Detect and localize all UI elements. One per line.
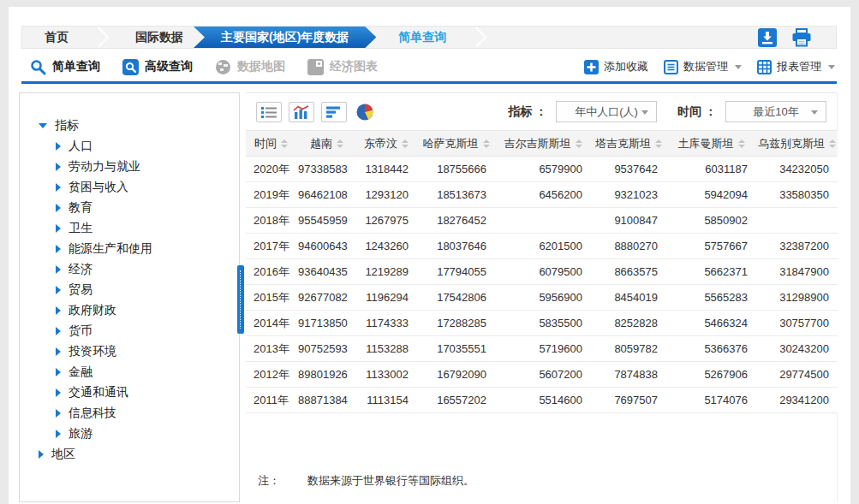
tree-item-卫生[interactable]: 卫生 bbox=[56, 218, 239, 239]
chevron-down-icon bbox=[828, 65, 835, 69]
value-cell: 18037646 bbox=[417, 234, 495, 259]
value-cell: 97338583 bbox=[298, 157, 355, 182]
expand-icon[interactable] bbox=[56, 204, 61, 212]
tree-item-投资环境[interactable]: 投资环境 bbox=[56, 341, 239, 362]
value-cell: 92677082 bbox=[298, 285, 355, 311]
tree-item-旅游[interactable]: 旅游 bbox=[56, 424, 239, 444]
sort-icon[interactable] bbox=[829, 139, 836, 148]
column-header-label: 越南 bbox=[310, 137, 332, 150]
download-icon[interactable] bbox=[758, 28, 777, 47]
view-controls: 指标 ： 年中人口(人) 时间 ： 最近10年 bbox=[246, 93, 837, 130]
breadcrumb-international-data[interactable]: 国际数据 bbox=[113, 27, 206, 48]
value-cell: 31298900 bbox=[756, 285, 838, 311]
tree-item-label: 卫生 bbox=[69, 221, 92, 236]
breadcrumb-annual-data-active[interactable]: 主要国家(地区)年度数据 bbox=[194, 27, 376, 48]
value-cell: 5835500 bbox=[495, 311, 591, 336]
simple-query-button[interactable]: 简单查询 bbox=[30, 59, 100, 75]
tree-root-indicator[interactable]: 指标 bbox=[39, 116, 239, 136]
expand-icon[interactable] bbox=[56, 286, 61, 294]
expand-icon[interactable] bbox=[56, 224, 61, 233]
tree-item-金融[interactable]: 金融 bbox=[56, 362, 239, 382]
collapse-icon[interactable] bbox=[39, 123, 47, 128]
year-cell: 2019年 bbox=[246, 182, 298, 208]
table-view-icon bbox=[260, 105, 277, 119]
column-header-塔吉克斯坦[interactable]: 塔吉克斯坦 bbox=[591, 131, 666, 157]
value-cell: 9100847 bbox=[591, 208, 666, 234]
sort-icon[interactable] bbox=[402, 139, 409, 148]
expand-icon[interactable] bbox=[56, 183, 61, 192]
value-cell: 5850902 bbox=[666, 208, 756, 234]
pie-chart-view-button[interactable] bbox=[354, 102, 376, 122]
tree-item-货币[interactable]: 货币 bbox=[56, 321, 239, 341]
expand-icon[interactable] bbox=[56, 163, 61, 171]
print-icon[interactable] bbox=[791, 28, 812, 47]
toolbar: 简单查询 高级查询 数据地图 经济图表 bbox=[21, 54, 837, 84]
expand-icon[interactable] bbox=[56, 347, 61, 356]
breadcrumb-simple-query[interactable]: 简单查询 bbox=[376, 27, 468, 48]
expand-icon[interactable] bbox=[56, 409, 61, 418]
tree-item-能源生产和使用[interactable]: 能源生产和使用 bbox=[56, 239, 239, 259]
expand-icon[interactable] bbox=[56, 306, 61, 315]
advanced-query-button[interactable]: 高级查询 bbox=[122, 59, 193, 75]
column-header-土库曼斯坦[interactable]: 土库曼斯坦 bbox=[666, 131, 756, 157]
data-table: 时间越南东帝汶哈萨克斯坦吉尔吉斯斯坦塔吉克斯坦土库曼斯坦乌兹别克斯坦 2020年… bbox=[246, 130, 838, 413]
value-cell: 34232050 bbox=[756, 157, 838, 182]
expand-icon[interactable] bbox=[56, 142, 61, 151]
report-manage-label: 报表管理 bbox=[777, 59, 821, 74]
sort-icon[interactable] bbox=[337, 139, 343, 148]
report-manage-menu[interactable]: 报表管理 bbox=[757, 59, 835, 74]
column-header-乌兹别克斯坦[interactable]: 乌兹别克斯坦 bbox=[756, 131, 838, 157]
value-cell: 1267975 bbox=[355, 208, 417, 234]
content-area: 指标 人口劳动力与就业贫困与收入教育卫生能源生产和使用经济贸易政府财政货币投资环… bbox=[19, 89, 846, 504]
value-cell: 17035551 bbox=[417, 336, 495, 362]
tree-item-交通和通讯[interactable]: 交通和通讯 bbox=[56, 382, 239, 403]
tree-item-政府财政[interactable]: 政府财政 bbox=[56, 300, 239, 321]
indicator-select[interactable]: 年中人口(人) bbox=[556, 101, 657, 122]
tree-item-贸易[interactable]: 贸易 bbox=[56, 280, 239, 300]
chevron-down-icon bbox=[641, 110, 648, 115]
bar-chart-view-button[interactable] bbox=[289, 102, 314, 122]
sort-icon[interactable] bbox=[655, 139, 662, 148]
sort-icon[interactable] bbox=[576, 139, 582, 148]
add-favorite-button[interactable]: 添加收藏 bbox=[584, 59, 648, 74]
data-manage-menu[interactable]: 数据管理 bbox=[664, 59, 742, 74]
add-favorite-label: 添加收藏 bbox=[604, 59, 648, 74]
tree-item-人口[interactable]: 人口 bbox=[56, 136, 239, 157]
tree-item-劳动力与就业[interactable]: 劳动力与就业 bbox=[56, 157, 239, 177]
expand-icon[interactable] bbox=[56, 265, 61, 274]
column-header-吉尔吉斯斯坦[interactable]: 吉尔吉斯斯坦 bbox=[495, 131, 591, 157]
column-header-越南[interactable]: 越南 bbox=[298, 131, 355, 157]
value-cell: 1196294 bbox=[355, 285, 417, 311]
sort-icon[interactable] bbox=[483, 139, 490, 148]
tree-item-经济[interactable]: 经济 bbox=[56, 259, 239, 280]
tree-item-信息科技[interactable]: 信息科技 bbox=[56, 403, 239, 424]
expand-icon[interactable] bbox=[56, 368, 61, 377]
year-cell: 2014年 bbox=[246, 311, 298, 336]
sort-icon[interactable] bbox=[738, 139, 745, 148]
expand-icon[interactable] bbox=[56, 388, 61, 397]
hbar-chart-view-button[interactable] bbox=[321, 102, 347, 122]
sort-icon[interactable] bbox=[281, 139, 288, 148]
breadcrumb-home[interactable]: 首页 bbox=[22, 27, 91, 48]
column-header-哈萨克斯坦[interactable]: 哈萨克斯坦 bbox=[417, 131, 495, 157]
column-header-东帝汶[interactable]: 东帝汶 bbox=[355, 131, 417, 157]
data-manage-label: 数据管理 bbox=[683, 59, 728, 74]
value-cell: 88871384 bbox=[298, 388, 355, 413]
expand-icon[interactable] bbox=[56, 327, 61, 335]
column-header-时间[interactable]: 时间 bbox=[246, 131, 298, 157]
table-view-button[interactable] bbox=[256, 102, 282, 122]
tree-root-region[interactable]: 地区 bbox=[39, 444, 239, 465]
tree-item-教育[interactable]: 教育 bbox=[56, 198, 239, 218]
main-panel: 指标 ： 年中人口(人) 时间 ： 最近10年 时间越南东帝汶哈萨克斯坦吉尔吉斯… bbox=[246, 92, 838, 502]
value-cell: 5466324 bbox=[666, 311, 756, 336]
expand-icon[interactable] bbox=[39, 450, 44, 459]
expand-icon[interactable] bbox=[56, 430, 61, 438]
tree-item-贫困与收入[interactable]: 贫困与收入 bbox=[56, 177, 239, 198]
expand-icon[interactable] bbox=[56, 245, 61, 253]
value-cell: 1293120 bbox=[355, 182, 417, 208]
table-footnote: 注： 数据来源于世界银行等国际组织。 bbox=[246, 473, 837, 489]
time-select[interactable]: 最近10年 bbox=[725, 101, 826, 122]
tree-item-label: 能源生产和使用 bbox=[69, 241, 152, 257]
panel-splitter-handle[interactable] bbox=[237, 265, 244, 334]
bar-chart-icon bbox=[293, 105, 310, 119]
